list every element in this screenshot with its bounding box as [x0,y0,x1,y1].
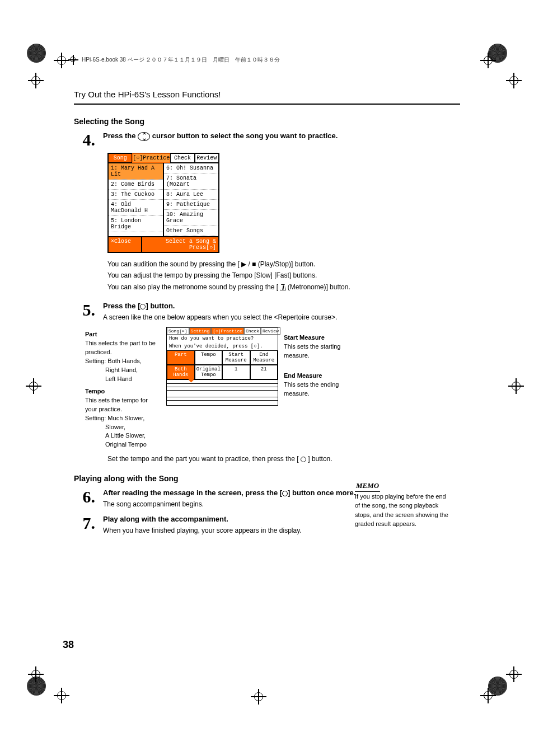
step-text: After reading the message in the screen,… [103,489,282,497]
lcd-val: Original Tempo [195,365,223,379]
cursor-icon [138,132,150,141]
lcd-tab: Setting [189,327,212,335]
part-desc: This selects the part to be practiced. [85,339,161,357]
tempo-setting: Setting: Much Slower, [85,414,161,423]
lcd-tab: Song [108,153,132,163]
tempo-setting: A Little Slower, [85,431,161,440]
tempo-setting: Original Tempo [85,440,161,449]
circle-icon [282,491,288,496]
metronome-icon [280,284,285,291]
step-subtext: A screen like the one below appears when… [103,313,460,321]
song-row: 5: London Bridge [109,216,163,232]
step-text: Press the [103,132,136,140]
song-row: 9: Pathetique [164,200,218,210]
step-number: 4. [74,132,95,148]
lcd-col: Part [167,350,195,365]
part-setting: Right Hand, [85,366,161,375]
step-text: cursor button to select the song you wan… [152,132,338,140]
end-measure-desc: This sets the ending measure. [284,381,362,398]
song-row: 3: The Cuckoo [109,190,163,200]
memo-sidebar: MEMO If you stop playing before the end … [355,480,450,529]
song-row: 8: Aura Lee [164,190,218,200]
note-line: You can also play the metronome sound by… [107,281,460,293]
tempo-heading: Tempo [85,387,161,396]
lcd-tab: Check [170,153,194,163]
lcd-tab: Review [261,327,280,335]
file-meta: HPi-6S-e.book 38 ページ ２００７年１１月１９日 月曜日 午前１… [68,55,280,65]
end-measure-heading: End Measure [284,372,362,381]
step-number: 7. [74,515,95,532]
tempo-desc: This sets the tempo for your practice. [85,396,161,414]
lcd-practice-setting: Song[×] Setting [○]Practice Check Review… [166,327,278,406]
note-line: You can audition the sound by pressing t… [107,259,460,270]
lcd-close: ×Close [108,237,142,252]
step-number: 6. [74,489,95,505]
play-stop-icon: ▶ / ■ [241,260,256,268]
song-row: 2: Come Birds [109,180,163,190]
lcd-tab: Song[×] [167,327,189,335]
lcd-song-select: Song [○]Practice Check Review 1: Mary Ha… [107,153,219,253]
tempo-setting: Slower, [85,423,161,432]
song-row: Other Songs [164,226,218,236]
part-setting: Left Hand [85,375,161,384]
song-row: 6: Oh! Susanna [164,163,218,173]
step-number: 5. [74,302,95,318]
lcd-val: 21 [250,365,278,379]
memo-label: MEMO [355,480,380,492]
meta-text: HPi-6S-e.book 38 ページ ２００７年１１月１９日 月曜日 午前１… [82,56,280,64]
part-setting: Setting: Both Hands, [85,357,161,366]
song-row: 4: Old MacDonald H [109,200,163,216]
lcd-tab: [○]Practice [211,327,244,335]
part-heading: Part [85,330,161,339]
section-heading: Selecting the Song [74,117,460,126]
lcd-val: 1 [222,365,250,379]
lcd-text: When you've decided, press [○]. [167,342,278,350]
step-text: Press the [ [103,302,140,310]
circle-icon [140,304,146,309]
lcd-hint: Select a Song & Press[○] [142,237,219,252]
lcd-tab: Check [244,327,261,335]
lcd-tab: Review [195,153,219,163]
page-title: Try Out the HPi-6S's Lesson Functions! [74,90,460,105]
circle-icon [301,457,306,462]
start-measure-desc: This sets the starting measure. [284,342,362,360]
step-text: Play along with the accompaniment. [103,515,228,523]
lcd-text: How do you want to practice? [167,335,278,342]
instruction-text: Set the tempo and the part you want to p… [107,455,460,463]
page-number: 38 [63,639,74,651]
note-line: You can adjust the tempo by pressing the… [107,270,460,281]
step-text: ] button once more. [288,489,355,497]
lcd-col: Tempo [195,350,223,365]
song-row: 10: Amazing Grace [164,210,218,226]
step-text: ] button. [146,302,175,310]
lcd-staff [167,379,278,405]
reg-disc [27,44,46,63]
lcd-col: End Measure [250,350,278,365]
lcd-tab: [○]Practice [132,153,170,163]
memo-text: If you stop playing before the end of th… [355,492,450,529]
start-measure-heading: Start Measure [284,334,362,342]
song-row: 7: Sonata (Mozart [164,173,218,190]
song-row: 1: Mary Had A Lit [109,163,163,180]
lcd-col: Start Measure [222,350,250,365]
